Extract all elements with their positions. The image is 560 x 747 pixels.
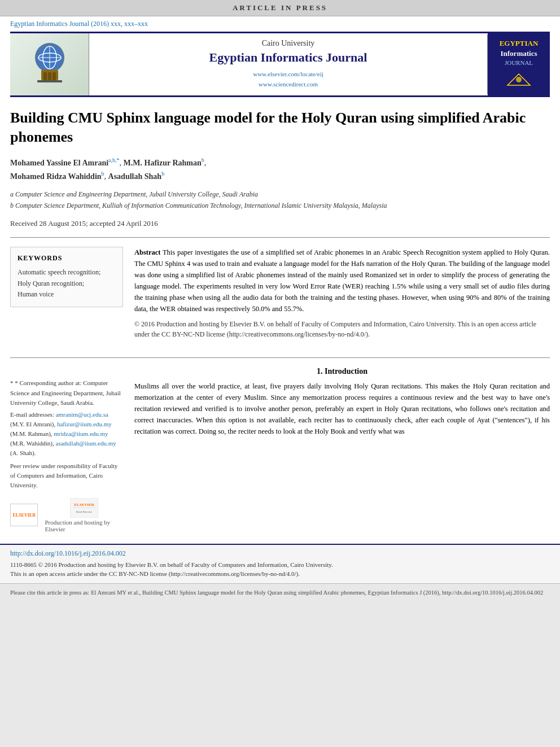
introduction-section: 1. Introduction Muslims all over the wor… — [134, 367, 550, 437]
journal-urls: www.elsevier.com/locate/eij www.scienced… — [100, 69, 476, 89]
intro-title: Introduction — [325, 367, 368, 375]
journal-url2: www.sciencedirect.com — [100, 80, 476, 90]
issn-text: 1110-8665 © 2016 Production and hosting … — [10, 560, 550, 579]
peer-review: Peer review under responsibility of Facu… — [10, 461, 123, 490]
email4[interactable]: asadullah@iium.edu.my — [56, 440, 116, 447]
affiliations: a Computer Science and Engineering Depar… — [10, 189, 550, 212]
logo-right-content: EGYPTIAN Informatics JOURNAL — [500, 38, 539, 90]
svg-text:Reed Elsevier: Reed Elsevier — [76, 510, 92, 513]
email4-name: (A. Shah). — [10, 449, 36, 456]
cairo-university-logo-svg — [21, 41, 78, 89]
abstract-copyright: © 2016 Production and hosting by Elsevie… — [134, 319, 550, 339]
logo-line3: JOURNAL — [500, 59, 539, 67]
introduction-column: 1. Introduction Muslims all over the wor… — [134, 367, 550, 532]
elsevier-footer: ELSEVIER ELSEVIER Reed Elsevier Producti… — [10, 498, 123, 532]
intro-number: 1. — [317, 367, 323, 375]
author3-name: Mohamed Ridza Wahiddin — [10, 172, 102, 180]
author4-sup: b — [161, 171, 164, 177]
svg-rect-14 — [70, 498, 98, 518]
svg-rect-8 — [48, 72, 51, 80]
university-logo — [10, 33, 89, 95]
elsevier-hosting: Production and hosting by Elsevier — [45, 519, 123, 532]
keyword-1: Automatic speech recognition; — [18, 267, 116, 278]
corresponding-author: * * Corresponding author at: Computer Sc… — [10, 378, 123, 407]
abstract-content: This paper investigates the use of a sim… — [134, 248, 550, 313]
logo-decoration-svg — [502, 71, 536, 88]
logo-line1: EGYPTIAN — [500, 38, 539, 49]
email2[interactable]: hafizur@iium.edu.my — [57, 421, 112, 427]
elsevier-logo-text: ELSEVIER — [13, 513, 36, 518]
lower-two-col: * * Corresponding author at: Computer Sc… — [10, 367, 550, 532]
elsevier-logo: ELSEVIER — [10, 504, 38, 526]
divider — [10, 237, 550, 238]
email3[interactable]: mridza@iium.edu.my — [54, 430, 108, 437]
footnote-area: * * Corresponding author at: Computer Sc… — [10, 378, 123, 532]
svg-rect-10 — [37, 80, 62, 82]
keywords-list: Automatic speech recognition; Holy Quran… — [18, 267, 116, 300]
author1-sup: a,b,* — [108, 157, 119, 163]
citation-bar: Please cite this article in press as: El… — [0, 583, 560, 602]
svg-rect-9 — [53, 72, 56, 80]
abstract-section: Abstract This paper investigates the use… — [134, 247, 550, 339]
journal-citation: Egyptian Informatics Journal (2016) xxx,… — [10, 20, 148, 28]
author2-sup: b — [202, 157, 204, 163]
page-wrapper: ARTICLE IN PRESS Egyptian Informatics Jo… — [0, 0, 560, 602]
keywords-title: KEYWORDS — [18, 254, 116, 263]
email3-name: (M.R. Wahiddin), — [10, 440, 54, 447]
issn-content: 1110-8665 © 2016 Production and hosting … — [10, 561, 333, 568]
email2-name: (M.M. Rahman), — [10, 430, 53, 437]
elsevier-logo-svg: ELSEVIER Reed Elsevier — [70, 498, 98, 518]
journal-header: Cairo University Egyptian Informatics Jo… — [10, 32, 550, 97]
journal-logo-right: EGYPTIAN Informatics JOURNAL — [488, 33, 550, 95]
author4-name: Asadullah Shah — [108, 172, 162, 180]
intro-body: Muslims all over the world practice, at … — [134, 381, 550, 437]
abstract-text: Abstract This paper investigates the use… — [134, 247, 550, 314]
main-content: Building CMU Sphinx language model for t… — [0, 97, 560, 538]
intro-section-title: 1. Introduction — [134, 367, 550, 376]
journal-link-top: Egyptian Informatics Journal (2016) xxx,… — [0, 16, 560, 32]
doi-link[interactable]: http://dx.doi.org/10.1016/j.eij.2016.04.… — [10, 549, 550, 558]
divider2 — [10, 357, 550, 358]
keywords-box: KEYWORDS Automatic speech recognition; H… — [10, 247, 123, 307]
email-label: E-mail addresses: — [10, 411, 54, 418]
article-in-press-banner: ARTICLE IN PRESS — [0, 0, 560, 16]
received-line: Received 28 August 2015; accepted 24 Apr… — [10, 217, 550, 228]
email-addresses: E-mail addresses: amranim@ucj.edu.sa (M.… — [10, 410, 123, 458]
two-column-layout: KEYWORDS Automatic speech recognition; H… — [10, 247, 550, 348]
affil-b: b Computer Science Department, Kulliah o… — [10, 200, 550, 211]
svg-rect-7 — [43, 72, 47, 80]
article-title: Building CMU Sphinx language model for t… — [10, 108, 550, 147]
keyword-3: Human voice — [18, 289, 116, 300]
email1[interactable]: amranim@ucj.edu.sa — [56, 411, 108, 418]
email1-name: (M.Y. El Amrani), — [10, 421, 55, 427]
bottom-bar: http://dx.doi.org/10.1016/j.eij.2016.04.… — [0, 544, 560, 583]
license-content: This is an open access article under the… — [10, 570, 300, 577]
footnotes-column: * * Corresponding author at: Computer Sc… — [10, 367, 123, 532]
banner-text: ARTICLE IN PRESS — [233, 3, 327, 12]
keyword-2: Holy Quran recognition; — [18, 278, 116, 289]
journal-url1: www.elsevier.com/locate/eij — [100, 69, 476, 80]
corresponding-label: * — [10, 379, 15, 386]
citation-text: Please cite this article in press as: El… — [10, 588, 550, 597]
authors-line: Mohamed Yassine El Amrania,b,*, M.M. Haf… — [10, 156, 550, 183]
university-name: Cairo University — [100, 39, 476, 48]
affil-a: a Computer Science and Engineering Depar… — [10, 189, 550, 200]
abstract-label: Abstract — [134, 248, 161, 256]
author3-sup: b — [102, 171, 104, 177]
svg-point-13 — [516, 77, 522, 82]
journal-header-center: Cairo University Egyptian Informatics Jo… — [89, 34, 488, 94]
right-column: Abstract This paper investigates the use… — [134, 247, 550, 348]
author1-name: Mohamed Yassine El Amrani — [10, 158, 108, 167]
corresponding-text: * Corresponding author at: Computer Scie… — [10, 379, 121, 405]
journal-title: Egyptian Informatics Journal — [100, 50, 476, 65]
left-column: KEYWORDS Automatic speech recognition; H… — [10, 247, 123, 348]
svg-text:ELSEVIER: ELSEVIER — [74, 503, 94, 507]
logo-line2: Informatics — [500, 49, 539, 59]
author2-name: M.M. Hafizur Rahman — [124, 158, 202, 167]
